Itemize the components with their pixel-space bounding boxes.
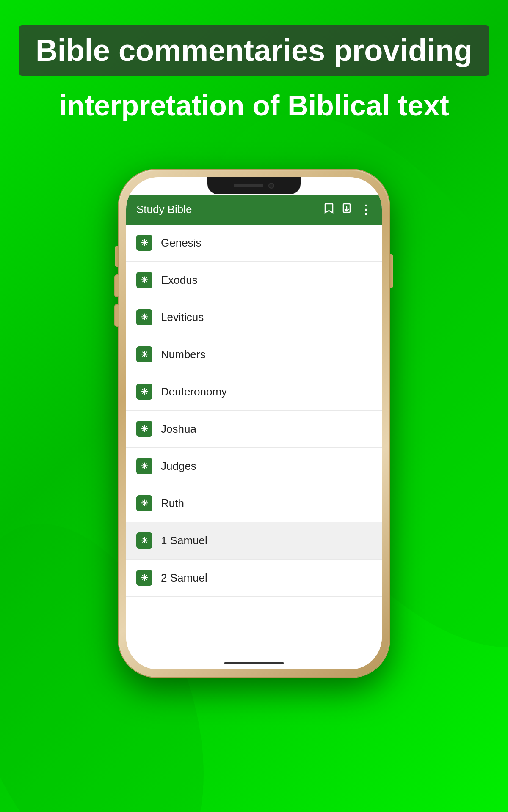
book-star-icon: ✳ [141,238,148,248]
content-wrapper: Bible commentaries providing interpretat… [0,0,508,812]
book-star-icon: ✳ [141,498,148,508]
phone-screen: Study Bible ⋮ [126,177,382,669]
phone-outer: Study Bible ⋮ [119,170,389,677]
book-name: Genesis [161,236,201,250]
book-name: 1 Samuel [161,534,207,547]
book-item[interactable]: ✳Exodus [126,262,382,299]
book-star-icon: ✳ [141,424,148,434]
header-section: Bible commentaries providing interpretat… [0,0,508,136]
phone-notch [207,177,301,194]
book-name: Judges [161,460,196,473]
more-options-icon[interactable]: ⋮ [360,204,372,216]
header-title: Bible commentaries providing [36,34,472,67]
book-icon: ✳ [136,495,152,511]
book-star-icon: ✳ [141,573,148,583]
app-header: Study Bible ⋮ [126,195,382,225]
share-icon[interactable] [342,203,351,217]
book-item[interactable]: ✳Genesis [126,225,382,262]
book-item[interactable]: ✳2 Samuel [126,560,382,597]
book-icon: ✳ [136,235,152,251]
book-name: 2 Samuel [161,571,207,584]
book-icon: ✳ [136,272,152,288]
book-star-icon: ✳ [141,275,148,285]
book-icon: ✳ [136,421,152,437]
book-name: Deuteronomy [161,385,227,398]
book-item[interactable]: ✳Leviticus [126,299,382,336]
book-star-icon: ✳ [141,312,148,322]
book-icon: ✳ [136,384,152,400]
book-icon: ✳ [136,346,152,362]
book-icon: ✳ [136,532,152,549]
app-header-icons: ⋮ [324,203,372,217]
header-subtitle: interpretation of Biblical text [17,88,491,123]
book-star-icon: ✳ [141,349,148,359]
app-title: Study Bible [136,203,324,216]
book-item[interactable]: ✳Deuteronomy [126,373,382,411]
book-name: Exodus [161,274,198,287]
book-name: Ruth [161,497,184,510]
book-item[interactable]: ✳Judges [126,448,382,485]
notch-camera [268,183,274,189]
home-indicator [224,662,284,664]
book-star-icon: ✳ [141,461,148,471]
book-name: Numbers [161,348,205,361]
book-item[interactable]: ✳Joshua [126,411,382,448]
books-list: ✳Genesis✳Exodus✳Leviticus✳Numbers✳Deuter… [126,225,382,669]
book-item[interactable]: ✳Ruth [126,485,382,522]
notch-speaker [234,184,263,187]
book-item[interactable]: ✳1 Samuel [126,522,382,560]
book-item[interactable]: ✳Numbers [126,336,382,373]
book-icon: ✳ [136,309,152,325]
book-icon: ✳ [136,458,152,474]
book-name: Leviticus [161,311,204,324]
header-title-box: Bible commentaries providing [19,25,489,76]
book-name: Joshua [161,422,196,436]
book-star-icon: ✳ [141,535,148,546]
book-star-icon: ✳ [141,387,148,397]
book-icon: ✳ [136,570,152,586]
phone-mockup: Study Bible ⋮ [119,170,389,677]
bookmark-icon[interactable] [324,203,334,217]
